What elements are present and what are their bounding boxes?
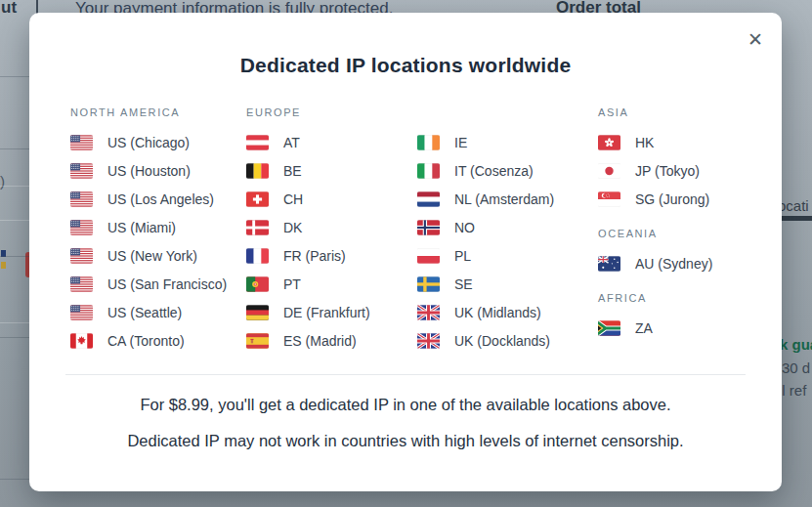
location-label: UK (Midlands) (454, 305, 541, 320)
location-group: NORTH AMERICAUS (Chicago)US (Houston)US … (70, 106, 227, 355)
column-north-america: NORTH AMERICAUS (Chicago)US (Houston)US … (70, 106, 227, 355)
location-item: AU (Sydney) (598, 249, 712, 277)
location-label: US (Chicago) (107, 135, 190, 150)
refund-text-partial: ll ref (779, 382, 806, 399)
location-item: US (Miami) (70, 213, 227, 241)
location-label: JP (Tokyo) (635, 163, 700, 179)
flag-nl-icon (417, 191, 440, 207)
close-icon[interactable]: ✕ (741, 24, 770, 54)
flag-pl-icon (417, 248, 440, 264)
location-label: DK (283, 220, 302, 235)
location-group: IEIT (Cosenza)NL (Amsterdam)NOPLSEUK (Mi… (417, 106, 554, 355)
section-header: AFRICA (598, 291, 712, 305)
flag-us-icon (70, 248, 93, 264)
flag-us-icon (70, 305, 93, 320)
location-item: US (Chicago) (70, 128, 227, 156)
bg-divider-line (0, 186, 29, 187)
censorship-note: Dedicated IP may not work in countries w… (29, 432, 782, 450)
location-item: US (Los Angeles) (70, 185, 227, 213)
flag-us-icon (70, 220, 93, 235)
flag-us-icon (70, 163, 93, 179)
location-item: AT (246, 128, 370, 156)
flag-gb-icon (417, 333, 440, 349)
location-label: NL (Amsterdam) (454, 191, 554, 207)
location-label: CH (283, 191, 303, 207)
location-label: DE (Frankfurt) (283, 305, 370, 320)
section-header: NORTH AMERICA (70, 106, 227, 119)
location-item: SE (417, 270, 554, 298)
location-item: PL (417, 241, 554, 270)
flag-sg-icon (598, 191, 620, 207)
location-item: JP (Tokyo) (598, 156, 712, 185)
location-item: US (Seattle) (70, 298, 227, 326)
location-item: SG (Jurong) (598, 185, 712, 213)
form-text-partial: ) (0, 173, 5, 190)
flag-ca-icon (70, 333, 93, 349)
column-europe-1: EUROPEATBECHDKFR (Paris)PTDE (Frankfurt)… (246, 106, 370, 355)
flag-no-icon (417, 220, 440, 235)
location-item: ES (Madrid) (246, 326, 370, 355)
money-back-guarantee-partial: k gua (780, 336, 812, 353)
location-label: US (Miami) (107, 220, 176, 235)
dedicated-ip-locations-modal: ✕ Dedicated IP locations worldwide NORTH… (29, 13, 782, 491)
flag-jp-icon (598, 163, 620, 179)
flag-de-icon (246, 305, 269, 320)
location-label: US (Houston) (107, 163, 191, 179)
location-label: US (San Francisco) (107, 276, 227, 292)
location-label: AT (283, 135, 300, 150)
location-label: SE (454, 276, 473, 292)
active-tab-underline (777, 216, 812, 221)
location-label: IE (454, 135, 467, 150)
location-item: US (San Francisco) (70, 270, 227, 298)
location-group: AFRICAZA (598, 291, 712, 342)
flag-us-icon (70, 135, 93, 150)
bg-divider-line (0, 148, 29, 149)
location-item: IT (Cosenza) (417, 156, 554, 185)
flag-it-icon (417, 163, 440, 179)
section-header: OCEANIA (598, 227, 712, 240)
location-label: CA (Toronto) (107, 333, 185, 349)
location-item: FR (Paris) (246, 241, 370, 270)
bg-divider-line (0, 479, 29, 480)
bg-divider-line (0, 256, 29, 257)
location-item: DE (Frankfurt) (246, 298, 370, 326)
flag-au-icon (598, 256, 620, 272)
location-label: PL (454, 248, 471, 264)
price-note: For $8.99, you'll get a dedicated IP in … (29, 396, 782, 414)
location-label: SG (Jurong) (635, 191, 709, 207)
location-group: ASIAHKJP (Tokyo)SG (Jurong) (598, 106, 712, 213)
location-item: BE (246, 156, 370, 185)
bg-divider-line (0, 337, 29, 338)
flag-fr-icon (246, 248, 269, 264)
flag-gb-icon (417, 305, 440, 320)
section-header (417, 106, 554, 119)
location-label: BE (283, 163, 302, 179)
location-item: ZA (598, 314, 712, 342)
flag-ie-icon (417, 135, 440, 150)
section-header: EUROPE (246, 106, 370, 119)
guarantee-days-partial: 30 d (782, 359, 810, 376)
location-label: ZA (635, 320, 653, 336)
flag-za-icon (598, 320, 620, 336)
locations-tab-partial: ocati (778, 197, 809, 214)
location-label: HK (635, 135, 654, 150)
location-item: US (New York) (70, 241, 227, 270)
bg-divider-line (0, 322, 29, 323)
location-label: NO (454, 220, 475, 235)
location-label: US (Seattle) (107, 305, 182, 320)
flag-be-icon (246, 163, 269, 179)
section-header: ASIA (598, 106, 712, 119)
location-label: PT (283, 276, 301, 292)
location-item: CH (246, 185, 370, 213)
location-label: AU (Sydney) (635, 256, 712, 272)
location-item: US (Houston) (70, 156, 227, 185)
location-item: PT (246, 270, 370, 298)
flag-pt-icon (246, 276, 269, 292)
location-item: UK (Midlands) (417, 298, 554, 326)
location-group: EUROPEATBECHDKFR (Paris)PTDE (Frankfurt)… (246, 106, 370, 355)
bg-divider-line (0, 76, 29, 77)
location-item: NL (Amsterdam) (417, 185, 554, 213)
flag-us-icon (70, 276, 93, 292)
location-label: FR (Paris) (283, 248, 346, 264)
location-label: ES (Madrid) (283, 333, 357, 349)
